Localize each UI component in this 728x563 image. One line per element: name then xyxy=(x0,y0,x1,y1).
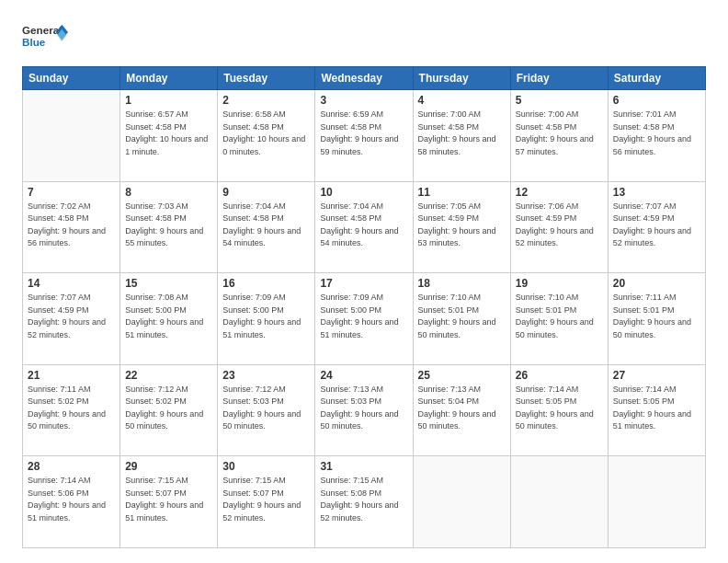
day-info: Sunrise: 7:02 AM Sunset: 4:58 PM Dayligh… xyxy=(28,201,115,250)
day-info: Sunrise: 7:15 AM Sunset: 5:07 PM Dayligh… xyxy=(125,475,212,524)
day-info: Sunrise: 7:14 AM Sunset: 5:05 PM Dayligh… xyxy=(613,384,700,433)
day-number: 6 xyxy=(613,94,700,107)
day-info: Sunrise: 7:10 AM Sunset: 5:01 PM Dayligh… xyxy=(418,292,506,341)
day-number: 26 xyxy=(516,369,603,382)
day-info: Sunrise: 7:07 AM Sunset: 4:59 PM Dayligh… xyxy=(613,201,700,250)
calendar-header-row: SundayMondayTuesdayWednesdayThursdayFrid… xyxy=(23,67,706,90)
day-info: Sunrise: 7:12 AM Sunset: 5:02 PM Dayligh… xyxy=(125,384,212,433)
day-number: 5 xyxy=(516,94,603,107)
day-number: 28 xyxy=(28,460,115,473)
day-number: 20 xyxy=(613,277,700,290)
day-number: 24 xyxy=(320,369,407,382)
day-cell: 19 Sunrise: 7:10 AM Sunset: 5:01 PM Dayl… xyxy=(510,273,608,365)
week-row-4: 28 Sunrise: 7:14 AM Sunset: 5:06 PM Dayl… xyxy=(23,456,706,548)
day-info: Sunrise: 7:11 AM Sunset: 5:02 PM Dayligh… xyxy=(28,384,115,433)
col-header-wednesday: Wednesday xyxy=(315,67,413,90)
day-number: 27 xyxy=(613,369,700,382)
col-header-friday: Friday xyxy=(510,67,608,90)
day-cell: 4 Sunrise: 7:00 AM Sunset: 4:58 PM Dayli… xyxy=(413,90,510,182)
day-cell: 31 Sunrise: 7:15 AM Sunset: 5:08 PM Dayl… xyxy=(315,456,413,548)
page: General Blue SundayMondayTuesdayWednesda… xyxy=(0,0,728,563)
col-header-tuesday: Tuesday xyxy=(218,67,315,90)
day-cell xyxy=(510,456,608,548)
day-number: 21 xyxy=(28,369,115,382)
day-cell: 29 Sunrise: 7:15 AM Sunset: 5:07 PM Dayl… xyxy=(120,456,218,548)
day-info: Sunrise: 7:09 AM Sunset: 5:00 PM Dayligh… xyxy=(320,292,407,341)
day-number: 25 xyxy=(418,369,506,382)
day-cell: 26 Sunrise: 7:14 AM Sunset: 5:05 PM Dayl… xyxy=(510,364,608,456)
logo: General Blue xyxy=(22,18,68,55)
week-row-3: 21 Sunrise: 7:11 AM Sunset: 5:02 PM Dayl… xyxy=(23,364,706,456)
day-info: Sunrise: 7:08 AM Sunset: 5:00 PM Dayligh… xyxy=(125,292,212,341)
day-cell: 13 Sunrise: 7:07 AM Sunset: 4:59 PM Dayl… xyxy=(608,181,705,273)
svg-text:General: General xyxy=(22,24,62,36)
day-number: 31 xyxy=(320,460,407,473)
day-number: 12 xyxy=(516,186,603,199)
day-info: Sunrise: 7:12 AM Sunset: 5:03 PM Dayligh… xyxy=(222,384,310,433)
day-info: Sunrise: 7:05 AM Sunset: 4:59 PM Dayligh… xyxy=(418,201,506,250)
day-info: Sunrise: 7:09 AM Sunset: 5:00 PM Dayligh… xyxy=(222,292,310,341)
svg-text:Blue: Blue xyxy=(22,36,46,48)
day-number: 2 xyxy=(222,94,310,107)
day-info: Sunrise: 7:07 AM Sunset: 4:59 PM Dayligh… xyxy=(28,292,115,341)
day-info: Sunrise: 7:14 AM Sunset: 5:06 PM Dayligh… xyxy=(28,475,115,524)
day-cell: 27 Sunrise: 7:14 AM Sunset: 5:05 PM Dayl… xyxy=(608,364,705,456)
day-cell: 12 Sunrise: 7:06 AM Sunset: 4:59 PM Dayl… xyxy=(510,181,608,273)
day-number: 1 xyxy=(125,94,212,107)
day-number: 22 xyxy=(125,369,212,382)
day-cell: 11 Sunrise: 7:05 AM Sunset: 4:59 PM Dayl… xyxy=(413,181,510,273)
day-cell: 3 Sunrise: 6:59 AM Sunset: 4:58 PM Dayli… xyxy=(315,90,413,182)
day-number: 29 xyxy=(125,460,212,473)
week-row-0: 1 Sunrise: 6:57 AM Sunset: 4:58 PM Dayli… xyxy=(23,90,706,182)
col-header-sunday: Sunday xyxy=(23,67,120,90)
day-info: Sunrise: 7:01 AM Sunset: 4:58 PM Dayligh… xyxy=(613,109,700,158)
day-number: 8 xyxy=(125,186,212,199)
day-info: Sunrise: 6:59 AM Sunset: 4:58 PM Dayligh… xyxy=(320,109,407,158)
day-cell: 24 Sunrise: 7:13 AM Sunset: 5:03 PM Dayl… xyxy=(315,364,413,456)
day-info: Sunrise: 7:10 AM Sunset: 5:01 PM Dayligh… xyxy=(516,292,603,341)
header: General Blue xyxy=(22,18,706,55)
day-number: 10 xyxy=(320,186,407,199)
day-number: 15 xyxy=(125,277,212,290)
day-info: Sunrise: 7:03 AM Sunset: 4:58 PM Dayligh… xyxy=(125,201,212,250)
day-number: 19 xyxy=(516,277,603,290)
day-info: Sunrise: 7:04 AM Sunset: 4:58 PM Dayligh… xyxy=(222,201,310,250)
day-cell xyxy=(413,456,510,548)
day-cell: 23 Sunrise: 7:12 AM Sunset: 5:03 PM Dayl… xyxy=(218,364,315,456)
week-row-1: 7 Sunrise: 7:02 AM Sunset: 4:58 PM Dayli… xyxy=(23,181,706,273)
day-cell: 16 Sunrise: 7:09 AM Sunset: 5:00 PM Dayl… xyxy=(218,273,315,365)
day-cell: 21 Sunrise: 7:11 AM Sunset: 5:02 PM Dayl… xyxy=(23,364,120,456)
day-cell: 7 Sunrise: 7:02 AM Sunset: 4:58 PM Dayli… xyxy=(23,181,120,273)
day-info: Sunrise: 6:58 AM Sunset: 4:58 PM Dayligh… xyxy=(222,109,310,158)
logo-svg: General Blue xyxy=(22,18,68,55)
day-info: Sunrise: 7:00 AM Sunset: 4:58 PM Dayligh… xyxy=(418,109,506,158)
day-number: 30 xyxy=(222,460,310,473)
day-cell: 15 Sunrise: 7:08 AM Sunset: 5:00 PM Dayl… xyxy=(120,273,218,365)
day-cell: 9 Sunrise: 7:04 AM Sunset: 4:58 PM Dayli… xyxy=(218,181,315,273)
day-info: Sunrise: 7:13 AM Sunset: 5:04 PM Dayligh… xyxy=(418,384,506,433)
day-cell: 30 Sunrise: 7:15 AM Sunset: 5:07 PM Dayl… xyxy=(218,456,315,548)
day-cell: 28 Sunrise: 7:14 AM Sunset: 5:06 PM Dayl… xyxy=(23,456,120,548)
day-number: 17 xyxy=(320,277,407,290)
day-cell: 2 Sunrise: 6:58 AM Sunset: 4:58 PM Dayli… xyxy=(218,90,315,182)
day-cell: 6 Sunrise: 7:01 AM Sunset: 4:58 PM Dayli… xyxy=(608,90,705,182)
day-cell: 20 Sunrise: 7:11 AM Sunset: 5:01 PM Dayl… xyxy=(608,273,705,365)
day-cell: 10 Sunrise: 7:04 AM Sunset: 4:58 PM Dayl… xyxy=(315,181,413,273)
day-cell: 17 Sunrise: 7:09 AM Sunset: 5:00 PM Dayl… xyxy=(315,273,413,365)
day-number: 4 xyxy=(418,94,506,107)
day-number: 11 xyxy=(418,186,506,199)
day-info: Sunrise: 7:15 AM Sunset: 5:08 PM Dayligh… xyxy=(320,475,407,524)
week-row-2: 14 Sunrise: 7:07 AM Sunset: 4:59 PM Dayl… xyxy=(23,273,706,365)
day-cell: 14 Sunrise: 7:07 AM Sunset: 4:59 PM Dayl… xyxy=(23,273,120,365)
day-number: 13 xyxy=(613,186,700,199)
day-info: Sunrise: 7:06 AM Sunset: 4:59 PM Dayligh… xyxy=(516,201,603,250)
day-info: Sunrise: 7:04 AM Sunset: 4:58 PM Dayligh… xyxy=(320,201,407,250)
day-number: 18 xyxy=(418,277,506,290)
day-info: Sunrise: 7:14 AM Sunset: 5:05 PM Dayligh… xyxy=(516,384,603,433)
day-cell: 22 Sunrise: 7:12 AM Sunset: 5:02 PM Dayl… xyxy=(120,364,218,456)
day-number: 7 xyxy=(28,186,115,199)
day-info: Sunrise: 7:13 AM Sunset: 5:03 PM Dayligh… xyxy=(320,384,407,433)
day-number: 16 xyxy=(222,277,310,290)
col-header-thursday: Thursday xyxy=(413,67,510,90)
day-number: 23 xyxy=(222,369,310,382)
